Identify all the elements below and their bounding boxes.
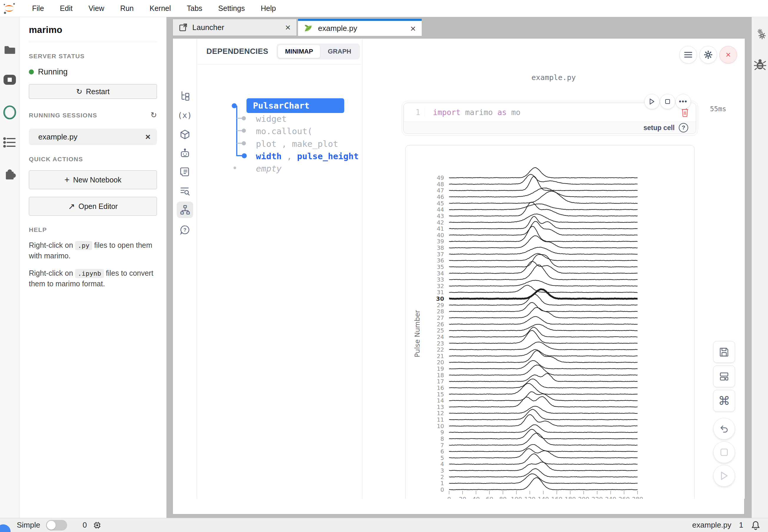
svg-text:25: 25 — [437, 327, 444, 334]
divider — [29, 42, 157, 42]
svg-text:160: 160 — [551, 496, 562, 499]
svg-text:12: 12 — [437, 410, 444, 417]
tree-item-callout[interactable]: mo.callout( — [256, 126, 313, 136]
running-kernels-icon[interactable] — [3, 74, 16, 86]
svg-text:36: 36 — [437, 257, 444, 264]
svg-text:21: 21 — [437, 353, 444, 360]
svg-text:45: 45 — [437, 200, 444, 207]
notebook-menu-button[interactable] — [679, 46, 697, 64]
run-cell-button[interactable] — [644, 94, 660, 109]
cell-more-button[interactable]: ••• — [676, 94, 691, 109]
svg-text:24: 24 — [437, 334, 444, 340]
layout-panels-button[interactable] — [713, 365, 735, 387]
tree-node-dot — [242, 129, 246, 133]
svg-text:200: 200 — [578, 496, 589, 499]
setup-cell-help-icon[interactable]: ? — [679, 123, 688, 132]
svg-text:41: 41 — [437, 225, 444, 232]
menu-tabs[interactable]: Tabs — [179, 4, 210, 13]
svg-text:26: 26 — [437, 321, 444, 328]
tree-item-widget[interactable]: widget — [256, 114, 287, 124]
menu-settings[interactable]: Settings — [210, 4, 253, 13]
kernel-count: 0 — [82, 521, 87, 530]
session-name: example.py — [38, 132, 77, 142]
svg-text:30: 30 — [436, 295, 444, 302]
ellipsis-icon: ••• — [679, 98, 687, 105]
external-link-icon — [179, 23, 187, 32]
svg-text:40: 40 — [437, 232, 444, 239]
dependency-tree-minimap: PulsarChart widget mo.callout( plot , ma… — [197, 64, 362, 212]
file-tree-icon[interactable] — [177, 87, 193, 104]
svg-text:18: 18 — [437, 372, 444, 379]
help-heading: HELP — [29, 226, 157, 233]
svg-text:1: 1 — [440, 480, 444, 487]
help-bubble-icon[interactable]: ? — [177, 222, 193, 238]
notebook-settings-button[interactable] — [699, 46, 717, 64]
save-button[interactable] — [713, 341, 735, 363]
chart-output-cell[interactable]: Pulse Number4948474645444342414039383736… — [405, 145, 695, 499]
close-session-icon[interactable]: × — [145, 132, 150, 141]
tree-item-empty[interactable]: empty — [256, 164, 282, 174]
menu-kernel[interactable]: Kernel — [142, 4, 179, 13]
ipynb-extension-chip: .ipynb — [75, 269, 104, 278]
logs-scroll-icon[interactable] — [177, 164, 193, 180]
code-editor[interactable]: import marimo as mo — [424, 108, 681, 117]
open-editor-button[interactable]: ↗ Open Editor — [29, 197, 157, 216]
svg-text:20: 20 — [459, 496, 466, 499]
tree-item-plot[interactable]: plot , make_plot — [256, 139, 338, 149]
kernel-chip-icon[interactable] — [93, 521, 102, 530]
svg-text:10: 10 — [437, 423, 444, 430]
interrupt-button[interactable] — [713, 441, 735, 463]
interface-mode-label: Simple — [17, 521, 40, 530]
svg-text:180: 180 — [564, 496, 576, 499]
app-status-bar: Simple 0 example.py 1 — [0, 518, 768, 532]
file-browser-icon[interactable] — [4, 44, 16, 56]
extensions-puzzle-icon[interactable] — [3, 167, 16, 181]
right-activity-bar — [752, 17, 768, 518]
svg-text:6: 6 — [440, 448, 444, 455]
menu-file[interactable]: File — [24, 4, 52, 13]
notebook-shutdown-button[interactable]: × — [719, 46, 737, 64]
tree-selected-cell[interactable]: PulsarChart — [247, 98, 344, 113]
close-tab-icon[interactable]: × — [410, 24, 416, 33]
debugger-bug-icon[interactable] — [754, 58, 766, 71]
marimo-ring-icon[interactable] — [2, 105, 17, 120]
svg-text:0: 0 — [447, 496, 451, 499]
toggle-graph[interactable]: GRAPH — [321, 45, 358, 58]
svg-text:Pulse Number: Pulse Number — [413, 310, 421, 357]
svg-text:260: 260 — [619, 496, 630, 499]
svg-text:11: 11 — [437, 416, 444, 423]
current-file-label[interactable]: example.py — [692, 521, 732, 530]
menu-run[interactable]: Run — [112, 4, 142, 13]
packages-cube-icon[interactable] — [177, 126, 193, 143]
search-logs-icon[interactable] — [177, 183, 193, 199]
stop-cell-button[interactable] — [660, 94, 675, 109]
ai-assistant-robot-icon[interactable] — [177, 145, 193, 161]
dependencies-graph-icon[interactable] — [177, 202, 193, 218]
simple-mode-toggle[interactable] — [46, 520, 67, 531]
svg-text:13: 13 — [437, 404, 444, 410]
svg-text:0: 0 — [440, 486, 444, 493]
svg-text:4: 4 — [440, 461, 444, 468]
command-palette-button[interactable]: ⌘ — [713, 390, 735, 412]
menu-help[interactable]: Help — [253, 4, 284, 13]
tab-launcher[interactable]: Launcher × — [172, 19, 297, 36]
menu-view[interactable]: View — [80, 4, 112, 13]
close-tab-icon[interactable]: × — [285, 23, 291, 32]
run-all-button[interactable] — [713, 465, 735, 487]
table-of-contents-icon[interactable] — [3, 136, 16, 149]
tab-example-py[interactable]: example.py × — [298, 19, 422, 36]
property-inspector-gears-icon[interactable] — [754, 26, 767, 41]
variables-icon[interactable]: (x) — [177, 107, 193, 123]
cell-run-duration: 55ms — [710, 105, 726, 113]
svg-text:39: 39 — [437, 238, 444, 245]
toggle-minimap[interactable]: MINIMAP — [278, 45, 320, 58]
refresh-sessions-icon[interactable]: ↻ — [150, 111, 157, 120]
restart-button[interactable]: ↻ Restart — [29, 84, 157, 99]
session-item[interactable]: example.py × — [29, 129, 157, 145]
new-notebook-button[interactable]: + New Notebook — [29, 170, 157, 189]
bell-icon[interactable] — [751, 520, 760, 530]
menu-edit[interactable]: Edit — [52, 4, 80, 13]
undo-button[interactable] — [713, 418, 735, 440]
sidebar-title: marimo — [29, 25, 157, 35]
svg-text:37: 37 — [437, 251, 444, 258]
